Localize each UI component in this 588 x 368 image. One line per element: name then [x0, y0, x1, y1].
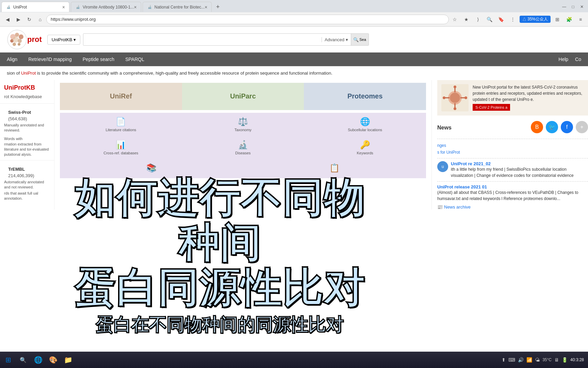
search-toolbar-icon[interactable]: 🔍 [485, 15, 494, 24]
back-button[interactable]: ◀ [3, 15, 12, 24]
tab-close-3[interactable]: × [205, 4, 207, 10]
tool-subcellular-label: Subcellular locations [348, 128, 382, 132]
trembl-link[interactable]: TrEMBL [4, 166, 50, 172]
avatar-initial: u [442, 164, 444, 169]
settings-icon[interactable]: ⋮ [508, 15, 518, 24]
extra1-icon: 📚 [146, 163, 157, 173]
sidebar: UniProtKB rot Knowledgebase Swiss-Prot (… [0, 80, 54, 210]
uniparc-card[interactable]: UniParc [182, 83, 304, 110]
tool-keywords[interactable]: 🔑 Keywords [304, 136, 426, 159]
tab-bar: 🔬 UniProt × 🔬 Viromite Antibody 10800-1.… [0, 0, 588, 12]
maximize-icon[interactable]: □ [570, 3, 576, 10]
content-area: UniRef UniParc Proteomes 📄 Literature ci… [54, 80, 431, 210]
proteomes-card[interactable]: Proteomes [304, 83, 426, 110]
subcellular-icon: 🌐 [360, 117, 370, 126]
system-clock[interactable]: 40:3:28 [570, 357, 584, 362]
reload-button[interactable]: ↻ [24, 15, 34, 24]
news-header: News B 🐦 f + [437, 120, 588, 136]
tray-icon-4[interactable]: 📶 [526, 357, 532, 363]
bookmark-icon[interactable]: ☆ [450, 15, 460, 24]
tab-close-1[interactable]: × [62, 4, 65, 10]
sidebar-title: UniProtKB [0, 84, 54, 94]
browser-chrome: 🔬 UniProt × 🔬 Viromite Antibody 10800-1.… [0, 0, 588, 27]
covid-image [441, 84, 469, 111]
blog-button[interactable]: B [531, 121, 543, 133]
browser-taskbar-button[interactable]: 🌐 [31, 353, 45, 367]
literature-icon: 📄 [116, 117, 126, 126]
nav-help[interactable]: Help [558, 57, 568, 62]
search-taskbar-button[interactable]: 🔍 [16, 353, 30, 367]
extra2-icon: 📋 [329, 163, 340, 173]
tool-literature[interactable]: 📄 Literature citations [60, 113, 182, 136]
user-account[interactable]: △ 35%公众人 [520, 16, 551, 23]
release-title-1[interactable]: UniProt re 2021_02 [451, 161, 588, 166]
tab-ncbi[interactable]: 🔬 National Centre for Biotec... × [143, 2, 212, 12]
tools-grid: 📄 Literature citations ⚖️ Taxonomy 🌐 Sub… [60, 113, 426, 159]
address-bar[interactable]: https://www.uniprot.org [46, 15, 449, 24]
uniref-card[interactable]: UniRef [60, 83, 182, 110]
home-button[interactable]: ⌂ [35, 15, 45, 24]
search-input[interactable] [83, 34, 322, 45]
release-avatar-1: u [437, 161, 448, 172]
extension-icon[interactable]: 🧩 [564, 15, 574, 24]
tray-icon-3[interactable]: 🔊 [518, 357, 524, 363]
news-changes-link[interactable]: nges [437, 142, 588, 149]
svg-point-7 [13, 43, 16, 46]
bookmark-list-icon[interactable]: 🔖 [496, 15, 506, 24]
tab-label-1: UniProt [13, 5, 27, 10]
tab-uniprot[interactable]: 🔬 UniProt × [1, 2, 69, 12]
nav-co[interactable]: Co [575, 57, 581, 62]
weather-icon[interactable]: 🌤 [535, 357, 540, 363]
start-button[interactable]: ⊞ [1, 353, 15, 367]
tab-favicon-1: 🔬 [6, 4, 11, 10]
more-social-button[interactable]: + [576, 121, 588, 133]
tool-taxonomy[interactable]: ⚖️ Taxonomy [182, 113, 304, 136]
sidebar-trembl: TrEMBL 214,406,399) Automatically annota… [0, 163, 54, 201]
search-button[interactable]: 🔍Sea [351, 34, 369, 45]
covid-btn[interactable]: S-CoV-2 Proteins a [473, 104, 510, 111]
forward-button[interactable]: ▶ [14, 15, 23, 24]
new-tab-button[interactable]: + [213, 2, 223, 12]
facebook-icon: f [566, 124, 568, 130]
battery-icon[interactable]: 🔋 [562, 357, 568, 363]
facebook-button[interactable]: f [561, 121, 573, 133]
nav-peptide[interactable]: Peptide search [83, 57, 114, 62]
swissprot-desc: Manually annotated and reviewed. [4, 122, 50, 134]
grid-icon[interactable]: ⊞ [553, 15, 562, 24]
tray-icon-2[interactable]: ⌨ [508, 357, 515, 363]
paint-taskbar-button[interactable]: 🎨 [46, 353, 60, 367]
tool-extra2[interactable]: 📋 [243, 159, 426, 178]
user-count: △ 35%公众人 [522, 17, 548, 21]
news-for-link[interactable]: s for UniProt [437, 149, 588, 155]
browser-controls: — □ ✕ [561, 3, 588, 10]
release-title-2[interactable]: UniProt release 2021 01 [437, 184, 588, 189]
overlay-sub-text: 蛋白在不同物种间的同源性比对 [54, 313, 385, 337]
search-dropdown[interactable]: UniProtKB ▾ [47, 35, 80, 45]
tray-icon-1[interactable]: ⬆ [502, 357, 506, 363]
tab-close-2[interactable]: × [134, 4, 137, 10]
folder-taskbar-button[interactable]: 📁 [61, 353, 75, 367]
tool-crossref[interactable]: 📊 Cross-ref. databases [60, 136, 182, 159]
menu-icon[interactable]: ≡ [576, 15, 585, 24]
history-icon[interactable]: ⟩ [473, 15, 483, 24]
temperature-display: 35°C [542, 357, 552, 362]
tool-subcellular[interactable]: 🌐 Subcellular locations [304, 113, 426, 136]
twitter-button[interactable]: 🐦 [546, 121, 558, 133]
tool-extra1[interactable]: 📚 [60, 159, 243, 178]
news-archive-link[interactable]: 📰 News archive [437, 204, 588, 210]
nav-retrieve[interactable]: Retrieve/ID mapping [28, 57, 72, 62]
nav-sparql[interactable]: SPARQL [125, 57, 144, 62]
tool-diseases[interactable]: 🔬 Diseases [182, 136, 304, 159]
paint-taskbar-icon: 🎨 [49, 356, 58, 364]
minimize-icon[interactable]: — [561, 3, 568, 10]
display-icon[interactable]: 🖥 [554, 357, 559, 363]
advanced-link[interactable]: Advanced ▾ [325, 37, 348, 42]
db-cards-row: UniRef UniParc Proteomes [60, 83, 426, 110]
swissprot-link[interactable]: Swiss-Prot [4, 109, 50, 116]
nav-align[interactable]: Align [7, 57, 17, 62]
tab-viromite[interactable]: 🔬 Viromite Antibody 10800-1... × [71, 2, 141, 12]
uniprot-link[interactable]: UniProt [21, 71, 36, 76]
mission-content: sion of [7, 71, 21, 76]
star-icon[interactable]: ★ [462, 15, 471, 24]
close-icon[interactable]: ✕ [578, 3, 585, 10]
